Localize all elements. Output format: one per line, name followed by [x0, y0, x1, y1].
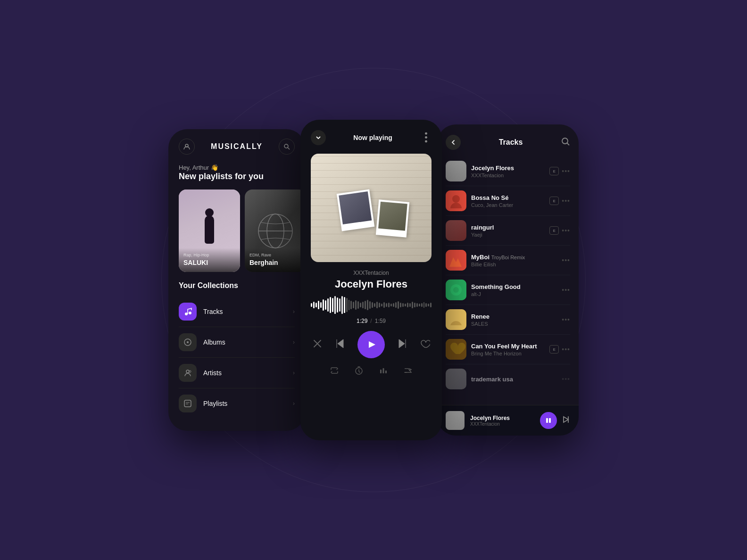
waveform-bar — [425, 303, 427, 307]
track-thumbnail — [446, 369, 466, 389]
svg-point-10 — [186, 370, 189, 373]
card-genre-saluki: Rap, Hip-Hop — [183, 253, 235, 257]
track-info: Renee SALES — [471, 313, 562, 327]
waveform-bar — [325, 300, 326, 310]
track-more-icon[interactable]: ••• — [562, 375, 570, 383]
timer-icon[interactable] — [354, 366, 364, 378]
track-info: Jocelyn Flores XXXTentacion — [471, 165, 549, 178]
playlist-card-berghain[interactable]: EDM, Rave Berghain — [245, 189, 305, 272]
waveform[interactable] — [300, 297, 442, 318]
svg-point-22 — [452, 195, 460, 203]
waveform-bar — [332, 298, 333, 312]
track-item[interactable]: trademark usa E ••• — [446, 364, 570, 394]
artists-icon-box — [179, 364, 197, 382]
collection-item-tracks[interactable]: Tracks › — [179, 296, 295, 327]
track-thumbnail — [446, 161, 466, 181]
back-button[interactable] — [446, 135, 461, 150]
waveform-bar — [409, 303, 411, 307]
collections-title: Your Collections — [179, 281, 295, 290]
playback-controls — [300, 331, 442, 366]
track-item[interactable]: raingurl Yaeji E ••• — [446, 216, 570, 246]
track-name: MyBoi TroyBoi Remix — [471, 254, 562, 261]
mini-next-button[interactable] — [562, 415, 570, 426]
waveform-bar — [407, 303, 408, 307]
mini-pause-button[interactable] — [540, 412, 557, 429]
polaroid-1 — [337, 189, 374, 231]
mini-player[interactable]: Jocelyn Flores XXXTentacion — [437, 405, 579, 436]
greeting-text: Hey, Arthur 👋 — [179, 164, 295, 171]
mini-artist: XXXTentacion — [470, 421, 540, 427]
track-info: trademark usa — [471, 376, 549, 383]
waveform-bar — [346, 298, 348, 312]
track-more-icon[interactable]: ••• — [562, 197, 570, 205]
track-item[interactable]: MyBoi TroyBoi Remix Billie Eilish ••• — [446, 246, 570, 275]
track-more-icon[interactable]: ••• — [562, 167, 570, 175]
card-overlay-saluki: Rap, Hip-Hop SALUKI — [179, 248, 240, 272]
tracks-header: Tracks — [437, 124, 579, 156]
waveform-bar — [393, 303, 394, 307]
albums-chevron: › — [293, 339, 295, 346]
track-info: Can You Feel My Heart Bring Me The Horiz… — [471, 343, 549, 356]
artists-label: Artists — [203, 369, 293, 377]
track-more-icon[interactable]: ••• — [562, 346, 570, 353]
dislike-button[interactable] — [312, 338, 323, 351]
tracks-label: Tracks — [203, 308, 293, 315]
next-button[interactable] — [396, 338, 408, 352]
app-title: MUSICALLY — [211, 142, 263, 151]
collection-item-artists[interactable]: Artists › — [179, 358, 295, 388]
search-icon[interactable] — [279, 139, 295, 155]
svg-rect-17 — [383, 368, 384, 373]
playlist-card-saluki[interactable]: Rap, Hip-Hop SALUKI — [179, 189, 240, 272]
waveform-bar — [379, 303, 380, 307]
shuffle-icon[interactable] — [403, 366, 413, 378]
track-more-icon[interactable]: ••• — [562, 227, 570, 234]
waveform-bar — [313, 302, 315, 308]
equalizer-icon[interactable] — [379, 366, 388, 378]
profile-icon[interactable] — [179, 139, 195, 155]
repeat-icon[interactable] — [330, 366, 339, 378]
waveform-bar — [430, 303, 432, 307]
previous-button[interactable] — [334, 338, 346, 352]
collection-item-albums[interactable]: Albums › — [179, 327, 295, 358]
collection-item-playlists[interactable]: Playlists › — [179, 388, 295, 419]
phone-tracks: Tracks Jocelyn Flores XXXTentacion E ••• — [437, 124, 579, 436]
search-button[interactable] — [561, 137, 570, 148]
waveform-bar — [318, 301, 319, 309]
waveform-bar — [405, 304, 406, 306]
track-name: raingurl — [471, 224, 549, 231]
waveform-bar — [412, 302, 413, 308]
card-overlay-berghain: EDM, Rave Berghain — [245, 248, 305, 272]
track-item[interactable]: Jocelyn Flores XXXTentacion E ••• — [446, 156, 570, 186]
mini-title: Jocelyn Flores — [470, 415, 540, 421]
track-info: Bossa No Sé Cuco, Jean Carter — [471, 194, 549, 208]
waveform-bar — [320, 302, 322, 308]
artists-chevron: › — [293, 370, 295, 376]
svg-point-7 — [189, 312, 191, 314]
track-item[interactable]: Renee SALES ••• — [446, 305, 570, 335]
track-name: Renee — [471, 313, 562, 320]
time-display: 1:29 / 1:59 — [300, 318, 442, 331]
track-item[interactable]: Can You Feel My Heart Bring Me The Horiz… — [446, 335, 570, 364]
playlists-icon-box — [179, 395, 197, 412]
extra-controls — [300, 366, 442, 382]
track-thumbnail — [446, 250, 466, 271]
more-options-icon[interactable]: ••• — [421, 132, 431, 144]
card-name-saluki: SALUKI — [183, 259, 235, 266]
waveform-bar — [428, 304, 429, 306]
waveform-bar — [386, 303, 387, 307]
play-pause-button[interactable] — [357, 331, 385, 358]
waveform-bar — [341, 296, 343, 314]
track-item[interactable]: Bossa No Sé Cuco, Jean Carter E ••• — [446, 186, 570, 216]
track-more-icon[interactable]: ••• — [562, 316, 570, 323]
time-separator: / — [370, 318, 372, 324]
svg-rect-16 — [380, 370, 382, 373]
waveform-bar — [419, 304, 420, 306]
waveform-bar — [372, 302, 373, 308]
track-more-icon[interactable]: ••• — [562, 256, 570, 264]
track-more-icon[interactable]: ••• — [562, 286, 570, 294]
track-item[interactable]: Something Good alt-J ••• — [446, 275, 570, 305]
waveform-bar — [350, 301, 352, 309]
collapse-button[interactable] — [311, 130, 326, 145]
svg-rect-27 — [446, 309, 466, 330]
like-button[interactable] — [420, 338, 430, 351]
